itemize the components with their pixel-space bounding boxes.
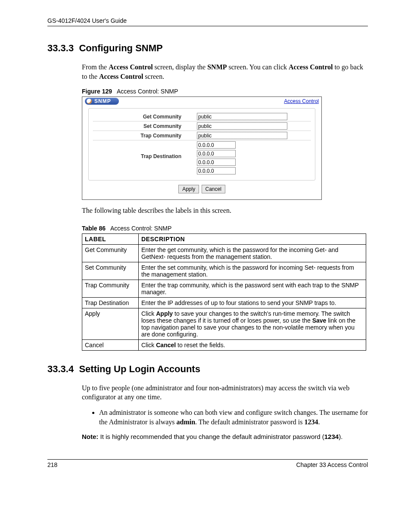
input-trap-dest-2[interactable] <box>197 150 236 157</box>
table-row-apply: Apply Click Apply to save your changes t… <box>82 308 366 339</box>
table-header-row: LABEL DESCRIPTION <box>82 233 366 244</box>
snmp-form-box: Get Community Set Community Trap Communi… <box>88 108 315 180</box>
chapter-label: Chapter 33 Access Control <box>296 461 368 468</box>
snmp-button-row: Apply Cancel <box>88 180 315 195</box>
section-heading-logins: 33.3.4 Setting Up Login Accounts <box>47 364 368 375</box>
table-row: Get CommunityEnter the get community, wh… <box>82 244 366 262</box>
label-set-community: Set Community <box>93 123 197 129</box>
cancel-button[interactable]: Cancel <box>202 185 225 193</box>
snmp-screenshot: SNMP Access Control Get Community Set Co… <box>82 96 322 200</box>
input-set-community[interactable] <box>197 122 287 130</box>
input-trap-community[interactable] <box>197 132 287 139</box>
guide-title: GS-4012F/4024 User's Guide <box>47 17 127 24</box>
table-caption: Table 86 Access Control: SNMP <box>82 225 368 232</box>
row-get-community: Get Community <box>93 112 311 121</box>
input-trap-dest-3[interactable] <box>197 159 236 166</box>
snmp-tab[interactable]: SNMP <box>85 98 119 105</box>
input-trap-dest-4[interactable] <box>197 167 236 174</box>
access-control-link[interactable]: Access Control <box>284 98 319 104</box>
table-row: Trap DestinationEnter the IP addresses o… <box>82 297 366 308</box>
row-trap-destination: Trap Destination <box>93 140 311 177</box>
row-trap-community: Trap Community <box>93 131 311 140</box>
section2-intro: Up to five people (one administrator and… <box>82 383 368 402</box>
after-figure-text: The following table describes the labels… <box>82 206 368 215</box>
input-trap-dest-1[interactable] <box>197 141 236 149</box>
admin-bullet: An administrator is someone who can both… <box>99 408 368 426</box>
label-trap-destination: Trap Destination <box>93 141 197 159</box>
password-note: Note: It is highly recommended that you … <box>82 432 368 441</box>
col-label: LABEL <box>82 233 139 244</box>
admin-bullet-list: An administrator is someone who can both… <box>90 408 368 426</box>
snmp-topbar: SNMP Access Control <box>82 97 321 106</box>
page-header: GS-4012F/4024 User's Guide <box>47 17 368 26</box>
label-trap-community: Trap Community <box>93 133 197 139</box>
table-row-cancel: Cancel Click Cancel to reset the fields. <box>82 339 366 350</box>
snmp-description-table: LABEL DESCRIPTION Get CommunityEnter the… <box>82 233 366 351</box>
page-number: 218 <box>47 461 57 468</box>
input-get-community[interactable] <box>197 113 287 120</box>
col-description: DESCRIPTION <box>139 233 366 244</box>
table-row: Trap CommunityEnter the trap community, … <box>82 280 366 297</box>
figure-caption: Figure 129 Access Control: SNMP <box>82 88 368 95</box>
apply-button[interactable]: Apply <box>178 185 199 193</box>
section-heading-snmp: 33.3.3 Configuring SNMP <box>47 43 368 54</box>
table-row: Set CommunityEnter the set community, wh… <box>82 262 366 280</box>
label-get-community: Get Community <box>93 114 197 120</box>
section1-intro: From the Access Control screen, display … <box>82 62 368 81</box>
row-set-community: Set Community <box>93 121 311 131</box>
page-footer: 218 Chapter 33 Access Control <box>47 459 368 468</box>
